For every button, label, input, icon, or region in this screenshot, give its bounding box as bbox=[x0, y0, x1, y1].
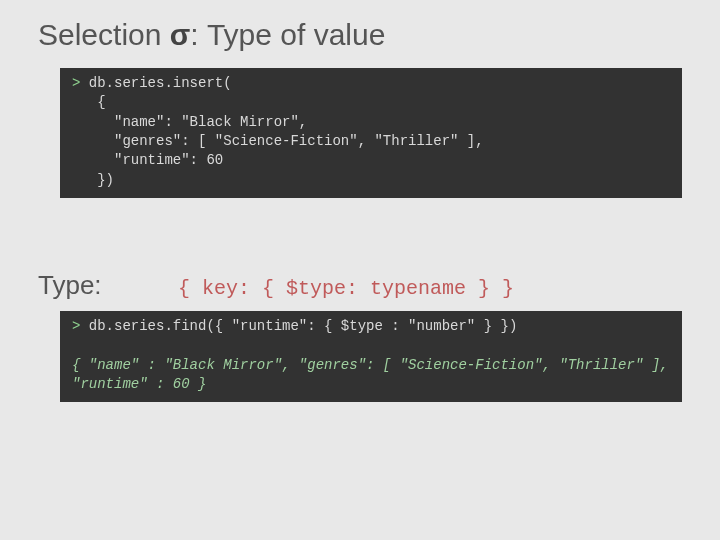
type-label: Type: bbox=[38, 270, 178, 301]
code-line-5: "runtime": 60 bbox=[72, 152, 223, 168]
code-result: { "name" : "Black Mirror", "genres": [ "… bbox=[72, 357, 669, 392]
slide-title: Selection σ: Type of value bbox=[38, 18, 682, 52]
code-line-4: "genres": [ "Science-Fiction", "Thriller… bbox=[72, 133, 484, 149]
code-line-3: "name": "Black Mirror", bbox=[72, 114, 307, 130]
code-block-find: > db.series.find({ "runtime": { $type : … bbox=[60, 311, 682, 402]
code-block-insert: > db.series.insert( { "name": "Black Mir… bbox=[60, 68, 682, 198]
code-find-line: db.series.find({ "runtime": { $type : "n… bbox=[80, 318, 517, 334]
code-line-2: { bbox=[72, 94, 106, 110]
title-post: : Type of value bbox=[190, 18, 385, 51]
title-pre: Selection bbox=[38, 18, 170, 51]
slide: Selection σ: Type of value > db.series.i… bbox=[0, 0, 720, 402]
sigma-symbol: σ bbox=[170, 18, 191, 51]
code-line-6: }) bbox=[72, 172, 114, 188]
type-row: Type: { key: { $type: typename } } bbox=[38, 270, 682, 301]
type-expression: { key: { $type: typename } } bbox=[178, 277, 514, 300]
code-line-1: db.series.insert( bbox=[80, 75, 231, 91]
